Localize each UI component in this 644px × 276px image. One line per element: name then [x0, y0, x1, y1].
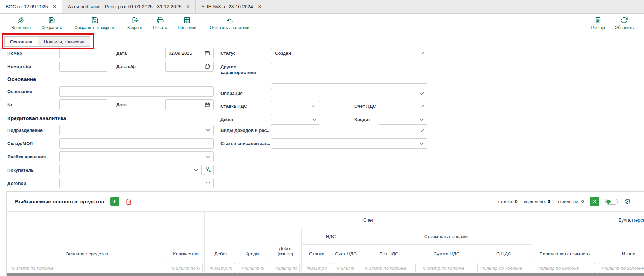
asset-filter-input[interactable]: [9, 263, 165, 273]
invoice-number-input[interactable]: [59, 61, 107, 72]
save-check-icon: [91, 17, 98, 24]
warehouse-combo[interactable]: [59, 138, 214, 149]
column-header-without-vat[interactable]: Без НДС: [360, 245, 418, 261]
grid-settings-gear-icon[interactable]: ⚙: [624, 198, 631, 206]
filter-toggle[interactable]: [605, 199, 618, 205]
debit-select[interactable]: [271, 114, 320, 125]
column-header-balance-value[interactable]: Балансовая стоимость: [532, 228, 597, 261]
operation-select[interactable]: [271, 88, 427, 98]
close-tab-icon[interactable]: ✕: [186, 4, 190, 9]
other-characteristics-textarea[interactable]: [271, 63, 427, 84]
chevron-down-icon: [312, 117, 316, 121]
balance-value-filter-input[interactable]: [534, 263, 595, 273]
save-button[interactable]: Сохранить: [41, 17, 62, 30]
buyer-combo[interactable]: [59, 165, 202, 175]
buyer-code-input[interactable]: [60, 165, 78, 175]
status-select[interactable]: Создан: [271, 48, 427, 58]
export-excel-button[interactable]: X: [590, 197, 599, 206]
contract-code-input[interactable]: [60, 178, 78, 188]
attachments-button[interactable]: Вложения: [11, 17, 31, 30]
print-button[interactable]: Печать: [153, 17, 167, 30]
basis-no-input[interactable]: [59, 99, 107, 110]
rows-counter: строки:0: [498, 199, 518, 204]
other-characteristics-label: Другие характеристики: [220, 64, 264, 76]
close-tab-icon[interactable]: ✕: [258, 4, 261, 9]
window-tab-ucn[interactable]: УЦН №3 от 28.10.2024 ✕: [196, 0, 267, 13]
window-tab-document[interactable]: ВОС от 02.09.2025 ✕: [0, 0, 62, 13]
clear-analytics-button[interactable]: Очистить аналитики: [210, 17, 249, 30]
division-combo[interactable]: [59, 125, 214, 135]
column-header-vat-amount[interactable]: Сумма НДС: [418, 245, 475, 261]
tab-signatures-commission[interactable]: Подписи, комиссия: [38, 36, 90, 47]
vat-account-filter-input[interactable]: [334, 263, 358, 273]
contract-combo[interactable]: [59, 178, 214, 188]
quantity-filter-input[interactable]: [169, 263, 203, 273]
close-button[interactable]: Закрыть: [127, 17, 143, 30]
writeoff-article-select[interactable]: [271, 138, 427, 149]
credit-select[interactable]: [379, 114, 427, 125]
vat-rate-filter-input[interactable]: [304, 263, 330, 273]
column-header-asset[interactable]: Основное средство: [7, 212, 167, 261]
undo-arrow-icon: [226, 17, 233, 24]
printer-icon: [157, 17, 164, 24]
date-value: 02.09.2025: [169, 51, 192, 56]
horizontal-scrollbar[interactable]: [7, 273, 644, 276]
vat-amount-filter-input[interactable]: [420, 263, 473, 273]
column-header-vat-account[interactable]: Счет НДС: [332, 245, 360, 261]
vat-rate-select[interactable]: [271, 101, 320, 111]
column-header-debit-wear[interactable]: Дебет (износ): [269, 228, 302, 261]
income-expense-types-select[interactable]: [271, 125, 427, 135]
column-header-credit[interactable]: Кредит: [237, 228, 269, 261]
number-input[interactable]: [59, 48, 107, 58]
debit-filter-input[interactable]: [207, 263, 235, 273]
postings-button[interactable]: Проводки: [178, 17, 196, 30]
buyer-tree-select-button[interactable]: [204, 165, 214, 175]
credit-filter-input[interactable]: [239, 263, 267, 273]
chevron-down-icon: [206, 128, 210, 132]
grid-table-icon: [184, 17, 190, 24]
chevron-down-icon: [194, 167, 198, 171]
invoice-date-input[interactable]: [165, 61, 214, 72]
basis-input[interactable]: [59, 86, 214, 97]
wear-filter-input[interactable]: [599, 263, 644, 273]
column-header-wear[interactable]: Износ: [597, 228, 644, 261]
add-row-button[interactable]: +: [110, 197, 119, 206]
date-input[interactable]: 02.09.2025: [165, 48, 214, 58]
basis-no-label: №: [7, 102, 13, 108]
assets-table: Основное средство Количество Счет Бухгал…: [7, 211, 644, 275]
basis-date-input[interactable]: [165, 99, 214, 110]
filter-cell: [167, 261, 205, 275]
calendar-icon[interactable]: [204, 50, 210, 56]
calendar-icon[interactable]: [204, 102, 210, 108]
window-tab-registry[interactable]: Акты выбытия - Реестр от 01.01.2025 - 31…: [62, 0, 196, 13]
calendar-icon[interactable]: [204, 64, 210, 69]
column-group-accounting: Бухгалтерский учет: [532, 212, 644, 228]
debit-label: Дебет: [220, 117, 234, 122]
without-vat-filter-input[interactable]: [362, 263, 416, 273]
selected-counter-label: выделено:: [524, 199, 546, 204]
date-label: Дата: [116, 51, 127, 56]
with-vat-filter-input[interactable]: [477, 263, 530, 273]
registry-button[interactable]: Реестр: [591, 17, 605, 30]
tab-main[interactable]: Основная: [4, 36, 38, 47]
storage-cell-code-input[interactable]: [60, 152, 78, 162]
refresh-button[interactable]: Обновить: [615, 17, 634, 30]
division-code-input[interactable]: [60, 125, 78, 135]
save-and-close-button[interactable]: Сохранить и закрыть: [74, 17, 115, 30]
debit-wear-filter-input[interactable]: [271, 263, 300, 273]
basis-label: Основание: [7, 89, 32, 95]
column-header-quantity[interactable]: Количество: [167, 212, 205, 261]
warehouse-code-input[interactable]: [60, 139, 78, 148]
filter-cell: [269, 261, 302, 275]
column-header-vat-rate[interactable]: Ставка: [302, 245, 332, 261]
status-label: Статус: [220, 51, 236, 56]
grid-title: Выбываемые основные средства: [15, 199, 104, 204]
tab-signatures-label: Подписи, комиссия: [44, 39, 84, 44]
storage-cell-combo[interactable]: [59, 151, 214, 162]
vat-account-select[interactable]: [379, 101, 427, 111]
close-tab-icon[interactable]: ✕: [53, 4, 57, 9]
column-header-with-vat[interactable]: С НДС: [475, 245, 532, 261]
delete-row-button[interactable]: [125, 198, 132, 205]
column-header-debit[interactable]: Дебет: [205, 228, 237, 261]
chevron-down-icon: [206, 181, 210, 185]
